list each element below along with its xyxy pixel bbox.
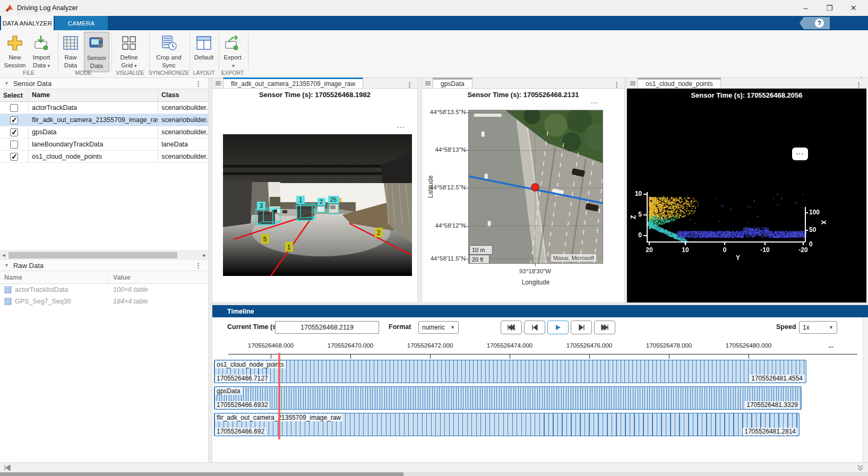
track-name: os1_cloud_node_points [215,361,286,368]
next-frame-button[interactable] [571,321,592,334]
table-row[interactable]: laneBoundaryTrackData laneData [0,139,208,151]
tab-camera-image[interactable]: flir_adk_out_camera_21355709_image_raw [223,77,363,88]
button-label: Sensor [87,55,106,61]
axis-tick-label: 1705526470.000 [319,342,382,349]
table-row[interactable]: actorTrackData scenariobuilder.Act [0,102,208,114]
play-button[interactable] [547,321,569,334]
table-row[interactable]: os1_cloud_node_points scenariobuilder.Li… [0,151,208,163]
panel-drag-handle[interactable] [216,81,221,85]
row-checkbox[interactable] [10,116,18,124]
raw-data-button[interactable]: RawData [59,32,82,72]
maximize-button[interactable]: ❐ [818,0,841,16]
scroll-left-icon[interactable]: ◄ [0,253,7,258]
previous-frame-button[interactable] [524,321,545,334]
table-variable-icon [4,286,12,293]
group-label-mode: MODE [64,70,103,77]
tab-menu-icon[interactable]: ⋮ [613,81,620,88]
minimize-button[interactable]: – [794,0,818,16]
sensor-class: laneData [158,139,208,150]
export-button[interactable]: Export [220,32,245,72]
tab-menu-icon[interactable]: ⋮ [855,81,862,88]
import-data-button[interactable]: ImportData [28,32,55,72]
track-name: gpsData [215,387,242,395]
sensor-class: scenariobuilder.Act [158,102,208,114]
current-time-input[interactable]: 1705526468.2119 [275,321,379,334]
group-separator [149,33,150,71]
scrollbar-thumb[interactable] [0,472,403,476]
close-button[interactable]: ✕ [841,0,865,16]
panel-drag-handle[interactable] [425,81,431,85]
section-menu-icon[interactable]: ⋮ [195,262,202,269]
axis-tick-label: 1705526476.000 [557,342,621,349]
sidebar-splitter[interactable] [208,78,212,472]
axis-tick [430,354,431,359]
row-checkbox[interactable] [10,153,18,161]
axis-tick [764,241,766,245]
collapse-timeline-icon[interactable] [857,464,864,471]
button-label: Sync [162,62,176,68]
raw-name: GPS_Seg7_Seq30 [15,296,71,308]
overlay-menu-icon[interactable]: ··· [397,124,405,131]
format-dropdown[interactable]: numeric ▼ [418,321,459,334]
collapse-section-icon[interactable]: ▼ [4,81,9,86]
group-separator [219,33,219,71]
pan-to-start-icon[interactable] [4,465,11,471]
collapse-section-icon[interactable]: ▼ [4,263,9,268]
bottom-scrollbar[interactable] [0,472,868,476]
timeline-track-camera[interactable]: flir_adk_out_camera_21355709_image_raw 1… [214,413,800,436]
raw-data-section-header[interactable]: ▼ Raw Data ⋮ [0,260,208,271]
timeline-cursor[interactable] [278,353,280,439]
scroll-right-icon[interactable]: ► [201,253,208,258]
timeline-track-lidar[interactable]: os1_cloud_node_points 1705526466.7127 17… [214,360,806,383]
new-session-button[interactable]: NewSession [3,32,27,72]
table-row[interactable]: gpsData scenariobuilder.GP [0,126,208,139]
statusbar [0,462,868,472]
raw-data-row[interactable]: actorTracklistData 100×6 table [0,284,208,296]
overlay-menu-button[interactable]: ··· [792,148,808,160]
raw-data-row[interactable]: GPS_Seg7_Seq30 184×4 table [0,296,208,307]
gps-map[interactable] [468,110,603,264]
horizontal-scrollbar[interactable]: ◄ ► [0,250,208,259]
sensor-data-section-header[interactable]: ▼ Sensor Data ⋮ [0,78,208,89]
axis-overflow-icon[interactable]: ... [775,342,833,349]
define-grid-button[interactable]: DefineGrid [115,32,143,72]
skip-to-start-button[interactable] [501,321,522,334]
x-tick: 50 [809,226,816,233]
panel-splitter[interactable] [417,78,422,305]
tab-data-analyzer[interactable]: DATA ANALYZER [1,16,54,30]
section-menu-icon[interactable]: ⋮ [195,80,202,87]
tab-camera[interactable]: CAMERA [55,16,108,30]
timeline-title: Timeline [227,308,254,315]
tab-lidar-points[interactable]: os1_cloud_node_points [638,77,721,88]
lidar-plot-area[interactable]: Sensor Time (s): 1705526468.2056 ··· 10 … [627,89,866,305]
sensor-data-button[interactable]: SensorData [84,32,109,72]
row-checkbox[interactable] [10,104,18,112]
speed-dropdown[interactable]: 1x ▼ [799,321,837,334]
panel-drag-handle[interactable] [630,81,635,85]
column-name[interactable]: Name [0,272,109,283]
detection-label: 2 [320,198,323,205]
help-icon: ? [815,19,824,28]
skip-to-end-button[interactable] [594,321,615,334]
axis-tick [535,264,536,266]
column-class[interactable]: Class [158,89,208,101]
help-button[interactable]: ? [800,17,830,29]
crop-and-sync-button[interactable]: Crop andSync [152,32,186,72]
column-name[interactable]: Name [29,89,158,101]
sensor-class: scenariobuilder.GP [158,126,208,138]
column-select[interactable]: Select [0,89,29,101]
timeline-track-gps[interactable]: gpsData 1705526466.6932 1705526481.3329 [214,386,802,410]
group-label-export: EXPORT [219,70,246,77]
table-row-selected[interactable]: flir_adk_out_camera_21355709_image_raw s… [0,114,208,126]
axis-tick [803,241,804,245]
row-checkbox[interactable] [10,128,18,136]
x-tick: 0 [809,240,813,248]
tab-menu-icon[interactable]: ⋮ [406,81,413,88]
overlay-menu-icon[interactable]: ··· [591,99,599,107]
column-value[interactable]: Value [109,272,208,283]
row-checkbox[interactable] [10,141,18,149]
timeline-vertical-scrollbar[interactable] [863,317,868,462]
tab-gps-data[interactable]: gpsData [433,77,472,88]
scrollbar-thumb[interactable] [8,252,177,258]
default-layout-button[interactable]: Default [191,32,217,72]
